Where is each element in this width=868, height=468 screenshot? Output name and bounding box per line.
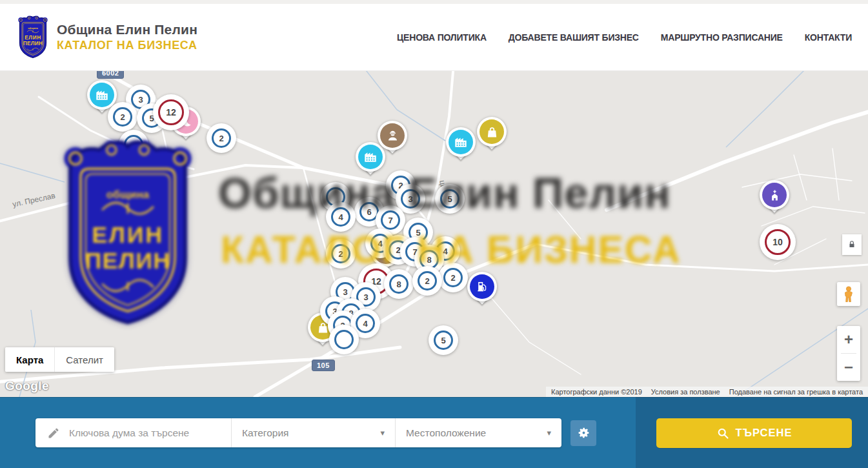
road-badge: 105 [312,360,335,371]
map-canvas[interactable]: община ЕЛИН ПЕЛИН Община Елин Пелин КАТА… [0,71,868,397]
keyword-field[interactable] [35,418,231,447]
map-type-satellite-button[interactable]: Сателит [54,347,114,372]
svg-text:ЕЛИН: ЕЛИН [25,35,41,41]
site-subtitle: КАТАЛОГ НА БИЗНЕСА [57,39,197,52]
map-cluster-marker[interactable]: 12 [153,94,189,130]
map-type-control: Карта Сателит [5,347,114,372]
site-title: Община Елин Пелин [57,22,197,37]
map-pin-worker[interactable] [378,121,407,161]
svg-text:община: община [28,26,38,30]
keyword-input[interactable] [68,427,222,440]
search-icon [716,427,729,440]
search-button[interactable]: ТЪРСЕНЕ [656,418,852,448]
factory-icon [454,135,468,149]
pencil-icon [47,427,60,440]
nav-add-your-business[interactable]: ДОБАВЕТЕ ВАШИЯТ БИЗНЕС [509,32,639,43]
main-nav: ЦЕНОВА ПОЛИТИКА ДОБАВЕТЕ ВАШИЯТ БИЗНЕС М… [397,32,852,43]
gear-icon [577,426,590,440]
nav-route-schedule[interactable]: МАРШРУТНО РАЗПИСАНИЕ [661,32,783,43]
attribution-copyright: Картографски данни ©2019 [551,388,642,396]
logo-text: Община Елин Пелин КАТАЛОГ НА БИЗНЕСА [57,22,197,52]
header: община ЕЛИН ПЕЛИН Община Елин Пелин КАТА… [0,4,868,71]
site-logo[interactable]: община ЕЛИН ПЕЛИН Община Елин Пелин КАТА… [16,15,197,59]
map-cluster-marker[interactable]: 10 [760,224,796,260]
pegman-icon [842,286,855,303]
map-pin-factory[interactable] [446,127,476,167]
map-lock-control[interactable] [842,234,862,255]
map-attribution: Картографски данни ©2019 Условия за полз… [546,387,868,397]
street-view-pegman[interactable] [837,282,860,306]
category-select[interactable]: Категория ▾ [231,418,395,447]
map-cluster-marker[interactable] [329,325,359,354]
advanced-search-button[interactable] [570,420,596,446]
worker-icon [386,129,399,143]
map-pin-church[interactable] [760,180,789,220]
chevron-down-icon: ▾ [547,428,551,438]
search-bar: Категория ▾ Местоположение ▾ ТЪРСЕНЕ [0,397,868,468]
map-cluster-marker[interactable]: 5 [435,184,465,214]
zoom-in-button[interactable]: + [837,326,860,353]
map-cluster-marker[interactable] [119,130,148,159]
map-cluster-marker[interactable]: 2 [438,263,468,292]
church-icon [768,188,782,202]
map-cluster-marker[interactable]: 8 [384,269,414,299]
zoom-control: + − [837,326,860,381]
map-cluster-marker[interactable]: 2 [412,266,442,296]
search-bar-action-area: ТЪРСЕНЕ [636,397,868,468]
category-value: Категория [242,427,288,439]
shopping-bag-icon [485,125,499,139]
google-logo[interactable]: Google [5,379,49,393]
nav-pricing-policy[interactable]: ЦЕНОВА ПОЛИТИКА [397,32,487,43]
location-select[interactable]: Местоположение ▾ [395,418,561,447]
search-fields-panel: Категория ▾ Местоположение ▾ [35,418,561,447]
fuel-pump-icon [476,280,489,293]
map-cluster-marker[interactable]: 2 [326,239,356,269]
svg-text:ПЕЛИН: ПЕЛИН [23,41,43,46]
map-pin-fuel[interactable] [467,272,497,312]
factory-icon [95,88,109,102]
search-bar-fields-area: Категория ▾ Местоположение ▾ [0,397,636,468]
nav-contacts[interactable]: КОНТАКТИ [805,32,852,43]
location-value: Местоположение [406,427,486,439]
factory-icon [363,150,378,164]
map-cluster-marker[interactable]: 2 [207,123,236,153]
attribution-terms-link[interactable]: Условия за ползване [651,388,720,396]
map-cluster-marker[interactable]: 2 [108,102,137,132]
chevron-down-icon: ▾ [380,428,385,438]
map-cluster-marker[interactable]: 5 [429,325,458,355]
search-button-label: ТЪРСЕНЕ [736,427,792,439]
map-pin-bag[interactable] [477,117,507,157]
municipality-emblem-icon: община ЕЛИН ПЕЛИН [16,15,50,59]
zoom-out-button[interactable]: − [837,354,860,381]
map-cluster-marker[interactable]: 4 [326,202,356,232]
map-type-map-button[interactable]: Карта [5,347,54,372]
road-badge: 6002 [97,71,124,79]
attribution-report-error-link[interactable]: Подаване на сигнал за грешка в картата [729,388,863,396]
lock-icon [847,239,856,250]
